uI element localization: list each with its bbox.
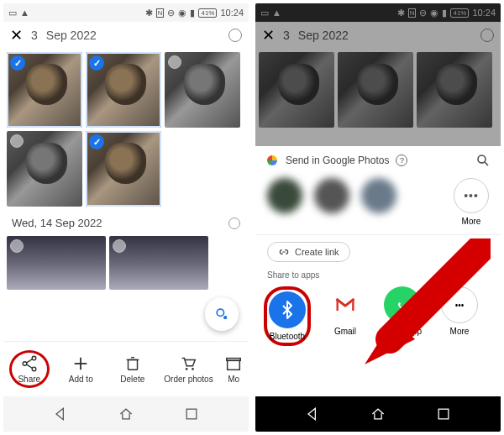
svg-point-13 [192,368,195,370]
whatsapp-app-icon [384,286,421,323]
more-button[interactable]: Mo [224,354,243,384]
home-icon[interactable] [118,406,134,422]
order-label: Order photos [164,375,213,384]
photo-thumb[interactable] [86,52,161,128]
bluetooth-label: Bluetooth [270,332,305,341]
lens-fab[interactable] [205,297,239,331]
add-to-button[interactable]: Add to [60,354,101,384]
more-label: Mo [228,375,239,384]
photo-thumb[interactable] [165,52,240,128]
share-apps-heading: Share to apps [255,267,501,283]
back-icon[interactable] [52,406,69,422]
more-label: More [462,217,481,226]
selection-count: 3 [31,29,38,42]
select-day-circle[interactable] [228,218,240,229]
bluetooth-app-icon [269,291,306,328]
gmail-app[interactable]: Gmail [323,286,368,336]
select-all-circle[interactable] [228,29,242,42]
battery-icon: 41% [198,8,217,18]
unchecked-icon [10,134,24,148]
svg-line-6 [26,364,32,369]
cart-icon [179,354,197,373]
svg-line-5 [26,359,32,364]
svg-rect-19 [438,409,449,419]
action-bar: Share Add to Delete Order photos Mo [3,341,249,396]
selection-date: Sep 2022 [46,29,97,42]
unchecked-icon [168,55,181,69]
google-photos-icon [265,154,279,167]
check-icon [89,134,104,149]
more-icon: ••• [441,286,478,323]
status-bar: ▭ ▲ ✱ N ⊖ ◉ ▮ 41% 10:24 [3,3,249,22]
signal-icon: ▮ [190,8,195,18]
more-apps[interactable]: ••• More [437,286,482,336]
more-contacts[interactable]: ••• More [454,178,489,226]
share-button[interactable]: Share [9,350,50,388]
recents-icon[interactable] [435,406,452,422]
nfc-icon: N [156,8,165,18]
home-icon[interactable] [370,406,386,422]
search-icon[interactable] [475,153,491,168]
back-icon[interactable] [304,406,321,422]
photo-thumb[interactable] [109,236,208,290]
dnd-icon: ⊖ [167,8,175,18]
svg-point-1 [223,316,227,319]
photo-thumb[interactable] [7,131,82,207]
nav-bar [3,396,249,432]
share-icon [20,354,39,373]
check-icon [10,55,25,71]
order-button[interactable]: Order photos [164,354,213,384]
svg-point-12 [186,368,188,370]
contacts-row: ••• More [255,175,501,233]
link-icon [278,246,290,258]
svg-rect-15 [227,359,241,361]
svg-point-17 [478,155,486,163]
archive-icon [224,354,243,373]
unchecked-icon [113,239,126,253]
picture-icon: ▭ [8,8,17,18]
gmail-label: Gmail [334,327,356,336]
whatsapp-label: WhatsApp [383,327,422,336]
selection-header: ✕ 3 Sep 2022 [3,22,249,49]
close-icon[interactable]: ✕ [10,26,23,45]
share-label: Share [18,375,40,384]
delete-label: Delete [120,375,144,384]
create-link-button[interactable]: Create link [267,242,350,262]
unchecked-icon [10,239,24,253]
modal-scrim[interactable] [255,3,501,146]
warning-icon: ▲ [20,8,29,18]
share-apps-row: Bluetooth Gmail WhatsApp ••• More [255,283,501,349]
gmail-app-icon [327,286,364,323]
create-link-label: Create link [295,247,339,257]
photo-thumb[interactable] [86,131,161,207]
whatsapp-app[interactable]: WhatsApp [380,286,425,336]
contact-avatar[interactable] [314,178,349,213]
photo-thumb[interactable] [7,236,106,290]
photo-grid [3,49,249,210]
plus-icon [71,354,90,373]
svg-rect-16 [186,409,197,419]
lens-icon [213,306,230,322]
svg-line-18 [485,162,488,165]
share-sheet-header: Send in Google Photos ? [255,146,501,175]
help-icon[interactable]: ? [396,155,407,166]
share-sheet: Send in Google Photos ? ••• More Create [255,146,501,396]
clock: 10:24 [220,8,244,18]
check-icon [89,55,104,71]
svg-rect-14 [228,360,240,369]
svg-rect-9 [128,359,137,369]
contact-avatar[interactable] [267,178,302,213]
bluetooth-icon: ✱ [145,8,153,18]
trash-icon [123,354,142,373]
nav-bar [255,396,501,432]
recents-icon[interactable] [183,406,200,422]
wifi-icon: ◉ [178,8,186,18]
date-section-header: Wed, 14 Sep 2022 [3,210,249,236]
photo-thumb[interactable] [7,52,82,128]
share-sheet-title: Send in Google Photos [286,155,389,166]
contact-avatar[interactable] [361,178,396,213]
delete-button[interactable]: Delete [113,354,153,384]
photo-row [3,236,249,290]
bluetooth-app[interactable]: Bluetooth [264,286,311,346]
phone-left: ▭ ▲ ✱ N ⊖ ◉ ▮ 41% 10:24 ✕ 3 Sep 2022 [3,3,249,432]
